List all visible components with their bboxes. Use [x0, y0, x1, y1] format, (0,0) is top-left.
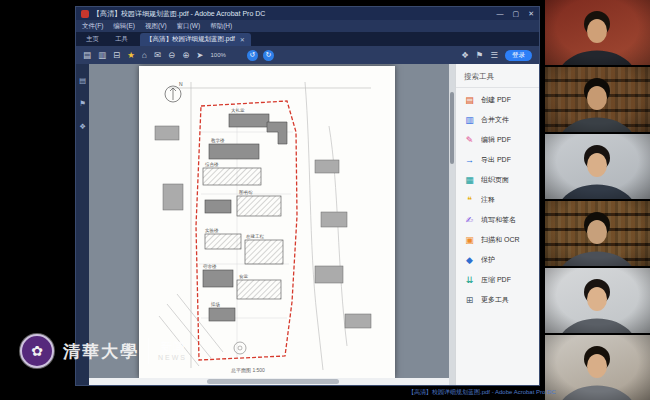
horizontal-scrollbar[interactable] — [89, 378, 449, 385]
tool-icon: ▦ — [464, 176, 475, 185]
tab-close-icon[interactable]: ✕ — [240, 36, 245, 43]
vertical-scrollbar[interactable] — [449, 64, 455, 385]
compass-icon — [165, 86, 181, 102]
participant-video[interactable] — [545, 134, 650, 199]
toolbar-icon[interactable]: ☰ — [490, 51, 498, 60]
person-silhouette — [545, 201, 650, 266]
window-control-button[interactable]: ✕ — [528, 10, 534, 18]
tool-item[interactable]: ▦ 组织页面 — [456, 170, 539, 190]
participant-video[interactable] — [545, 335, 650, 400]
tab-tools[interactable]: 工具 — [111, 33, 132, 46]
university-name: 清華大學 — [63, 340, 139, 363]
tool-item[interactable]: ◆ 保护 — [456, 250, 539, 270]
svg-text:教学楼: 教学楼 — [211, 138, 225, 144]
tool-icon: ▣ — [464, 236, 475, 245]
tool-item[interactable]: ⊞ 更多工具 — [456, 290, 539, 310]
toolbar-right-group: ❖⚑☰ — [461, 51, 498, 60]
toolbar-icon[interactable]: ⊖ — [168, 51, 175, 60]
svg-text:食堂: 食堂 — [239, 274, 249, 279]
rail-icon[interactable]: ⚑ — [79, 99, 86, 108]
document-tab[interactable]: 【高清】校园详细规划蓝图.pdf ✕ — [140, 33, 251, 46]
tool-label: 保护 — [481, 255, 495, 265]
svg-text:操场: 操场 — [210, 301, 220, 308]
svg-text:图书馆: 图书馆 — [239, 190, 253, 195]
toolbar-icon[interactable]: ⊟ — [113, 51, 120, 60]
tool-item[interactable]: ▤ 创建 PDF — [456, 90, 539, 110]
tool-label: 创建 PDF — [481, 95, 511, 105]
tool-item[interactable]: ⇊ 压缩 PDF — [456, 270, 539, 290]
toolbar-icon[interactable]: ★ — [127, 51, 135, 60]
toolbar-icon[interactable]: ▤ — [83, 51, 91, 60]
toolbar-icon[interactable]: ⚑ — [476, 51, 484, 60]
zoom-level: 100% — [210, 52, 225, 58]
tool-item[interactable]: ✎ 编辑 PDF — [456, 130, 539, 150]
menu-item[interactable]: 编辑(E) — [113, 22, 135, 31]
tool-icon: ❝ — [464, 196, 475, 205]
bookshelf-background — [545, 67, 650, 132]
tool-label: 导出 PDF — [481, 155, 511, 165]
participant-video[interactable] — [545, 268, 650, 333]
toolbar-circle-icon[interactable]: ↺ — [247, 50, 258, 61]
tool-item[interactable]: → 导出 PDF — [456, 150, 539, 170]
tools-panel-header: 搜索工具 — [456, 70, 539, 88]
rail-icon[interactable]: ❖ — [79, 122, 86, 131]
toolbar-icon[interactable]: ✉ — [154, 51, 161, 60]
pdf-app-window: 【高清】校园详细规划蓝图.pdf - Adobe Acrobat Pro DC … — [75, 6, 540, 386]
tool-icon: ◆ — [464, 256, 475, 265]
tab-home[interactable]: 主页 — [82, 33, 103, 46]
tool-item[interactable]: ❝ 注释 — [456, 190, 539, 210]
vertical-scrollbar-thumb[interactable] — [450, 92, 454, 164]
news-label-cn: 新闻 — [161, 341, 185, 354]
watermark-divider — [148, 338, 149, 364]
window-titlebar: 【高清】校园详细规划蓝图.pdf - Adobe Acrobat Pro DC … — [76, 7, 539, 20]
pdf-page: N 大礼堂 教学楼 综合楼 图书馆 实验楼 在建工程 宿舍楼 食堂 操场 — [139, 66, 395, 378]
tool-label: 更多工具 — [481, 295, 509, 305]
window-control-button[interactable]: ▢ — [513, 10, 520, 18]
menu-item[interactable]: 帮助(H) — [210, 22, 232, 31]
tool-label: 填写和签名 — [481, 215, 516, 225]
toolbar-center-group: ↺↻ — [247, 50, 274, 61]
menu-item[interactable]: 窗口(W) — [177, 22, 200, 31]
tool-item[interactable]: ▥ 合并文件 — [456, 110, 539, 130]
toolbar-icon[interactable]: ❖ — [461, 51, 469, 60]
rail-icon[interactable]: ▤ — [79, 76, 86, 85]
tool-icon: ⇊ — [464, 276, 475, 285]
tools-list: ▤ 创建 PDF ▥ 合并文件 ✎ 编辑 PDF — [456, 90, 539, 385]
participant-video[interactable] — [545, 67, 650, 132]
tool-icon: ▤ — [464, 96, 475, 105]
person-silhouette — [545, 67, 650, 132]
person-silhouette — [545, 0, 650, 65]
fountain-circle — [234, 342, 246, 354]
svg-text:宿舍楼: 宿舍楼 — [203, 264, 217, 269]
toolbar-icon[interactable]: ➤ — [196, 51, 203, 60]
tool-label: 编辑 PDF — [481, 135, 511, 145]
toolbar: ▤▥⊟★⌂✉⊖⊕➤ 100% ↺↻ ❖⚑☰ 登录 — [76, 46, 539, 64]
news-label-en: NEWS — [158, 354, 187, 362]
person-silhouette — [545, 134, 650, 199]
svg-text:在建工程: 在建工程 — [246, 233, 265, 239]
window-title: 【高清】校园详细规划蓝图.pdf - Adobe Acrobat Pro DC — [93, 9, 493, 19]
window-control-button[interactable]: — — [497, 10, 504, 18]
participant-video[interactable] — [545, 201, 650, 266]
document-tab-label: 【高清】校园详细规划蓝图.pdf — [146, 35, 235, 44]
toolbar-icon[interactable]: ⌂ — [142, 51, 147, 60]
toolbar-circle-icon[interactable]: ↻ — [263, 50, 274, 61]
tool-icon: ⊞ — [464, 296, 475, 305]
login-button[interactable]: 登录 — [505, 50, 532, 61]
toolbar-icon[interactable]: ⊕ — [182, 51, 189, 60]
tool-label: 压缩 PDF — [481, 275, 511, 285]
tool-label: 注释 — [481, 195, 495, 205]
plan-scale-note: 总平面图 1:500 — [231, 367, 265, 374]
participant-video[interactable] — [545, 0, 650, 65]
screen: 【高清】校园详细规划蓝图.pdf - Adobe Acrobat Pro DC … — [0, 0, 650, 400]
tool-label: 组织页面 — [481, 175, 509, 185]
window-controls: —▢✕ — [497, 10, 535, 18]
news-badge: 新闻 NEWS — [158, 341, 187, 362]
tool-item[interactable]: ✍ 填写和签名 — [456, 210, 539, 230]
menu-item[interactable]: 文件(F) — [82, 22, 103, 31]
toolbar-icon[interactable]: ▥ — [98, 51, 106, 60]
horizontal-scrollbar-thumb[interactable] — [207, 379, 339, 384]
svg-text:大礼堂: 大礼堂 — [231, 108, 245, 113]
menu-item[interactable]: 视图(V) — [145, 22, 167, 31]
tool-item[interactable]: ▣ 扫描和 OCR — [456, 230, 539, 250]
